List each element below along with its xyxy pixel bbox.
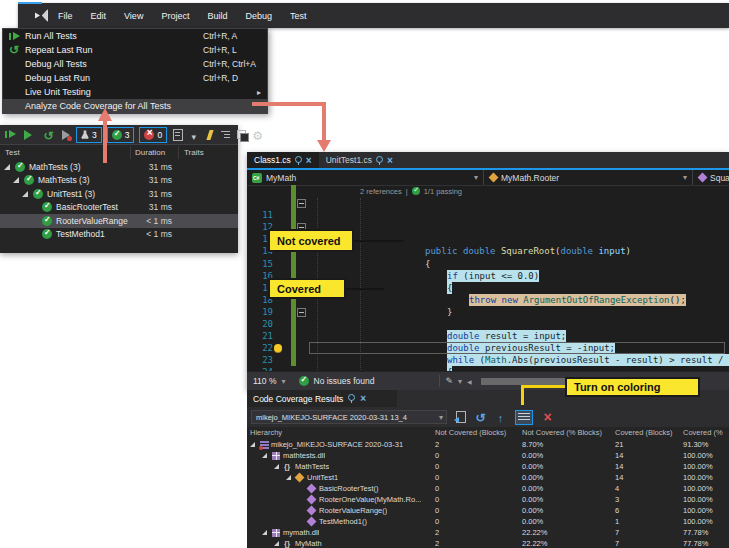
menu-item[interactable]: Debug All Tests Ctrl+R, Ctrl+A ▸ xyxy=(3,57,267,71)
column-traits[interactable]: Traits xyxy=(184,148,204,157)
settings-gear-icon[interactable] xyxy=(252,128,263,142)
test-tree-row[interactable]: RooterValueRange < 1 ms xyxy=(0,214,238,228)
expander-triangle-icon[interactable] xyxy=(274,464,279,469)
column-not-covered-blocks[interactable]: Not Covered (Blocks) xyxy=(435,428,506,437)
codelens[interactable]: 2 references | 1/1 passing xyxy=(360,185,729,197)
layers-icon[interactable] xyxy=(236,128,247,142)
code-line[interactable]: 20 while (Math.Abs(previousResult - resu… xyxy=(247,306,729,318)
total-tests-counter[interactable]: 3 xyxy=(76,127,102,143)
menubar-menu[interactable]: Debug xyxy=(236,8,281,24)
coverage-row[interactable]: mathtests.dll 0 0.00% 14 100.00% xyxy=(247,450,729,461)
covered-blocks: 21 xyxy=(615,440,623,449)
code-line[interactable]: 11 public double SquareRoot(double input… xyxy=(247,197,729,209)
coverage-row[interactable]: RooterValueRange() 0 0.00% 6 100.00% xyxy=(247,505,729,516)
not-covered-blocks: 0 xyxy=(435,451,439,460)
coverage-row[interactable]: UnitTest1 0 0.00% 14 100.00% xyxy=(247,472,729,483)
scroll-left-icon[interactable] xyxy=(467,376,472,386)
playlist-icon[interactable] xyxy=(172,128,183,142)
export-results-icon[interactable] xyxy=(495,410,506,424)
document-tab[interactable]: Class1.cs xyxy=(247,152,319,168)
zoom-caret-icon[interactable]: ▾ xyxy=(281,377,285,386)
menubar-menu[interactable]: View xyxy=(115,8,152,24)
expander-triangle-icon[interactable] xyxy=(262,453,267,458)
menubar: FileEditViewProjectBuildDebugTest xyxy=(18,3,729,28)
coverage-result-file-dropdown[interactable]: mikejo_MIKEJO-SURFACE 2020-03-31 13_4 ▾ xyxy=(251,410,447,424)
caret-icon[interactable]: ▾ xyxy=(458,377,462,386)
run-failed-icon[interactable] xyxy=(60,128,71,142)
menu-item[interactable]: Live Unit Testing ▸ xyxy=(3,85,267,99)
code-line[interactable]: 16 } xyxy=(247,258,729,270)
close-icon[interactable] xyxy=(306,155,312,166)
pin-icon[interactable] xyxy=(376,156,383,165)
menubar-menu[interactable]: Project xyxy=(152,8,198,24)
coverage-row[interactable]: mymath.dll 2 22.22% 7 77.78% xyxy=(247,527,729,538)
close-icon[interactable] xyxy=(387,155,393,166)
code-line[interactable]: 24 //was: result = result - (result * re… xyxy=(247,354,729,366)
close-icon[interactable] xyxy=(360,393,366,404)
code-line[interactable]: 12 { xyxy=(247,209,729,221)
member-dropdown[interactable]: SquareRoot xyxy=(693,170,729,185)
merge-results-icon[interactable] xyxy=(475,410,486,424)
test-tree: MathTests (3) 31 ms MathTests (3) 31 ms … xyxy=(0,160,238,241)
type-dropdown[interactable]: MyMath.Rooter ▾ xyxy=(484,170,693,185)
coverage-row[interactable]: mikejo_MIKEJO-SURFACE 2020-03-31 13_... … xyxy=(247,439,729,450)
passed-tests-counter[interactable]: 3 xyxy=(107,127,135,143)
show-coloring-icon[interactable] xyxy=(515,410,533,424)
menu-item[interactable]: Debug Last Run Ctrl+R, D ▸ xyxy=(3,71,267,85)
menu-item[interactable]: Analyze Code Coverage for All Tests ▸ xyxy=(3,99,267,113)
coverage-tab[interactable]: Code Coverage Results xyxy=(247,390,397,407)
repeat-run-icon[interactable] xyxy=(43,128,54,142)
fold-collapse-icon[interactable] xyxy=(297,308,306,317)
expander-triangle-icon[interactable] xyxy=(13,177,19,183)
failed-tests-counter[interactable]: 0 xyxy=(139,127,167,143)
menubar-menu[interactable]: Edit xyxy=(82,8,116,24)
menu-item[interactable]: Run All Tests Ctrl+R, A ▸ xyxy=(3,29,267,43)
test-tree-row[interactable]: UnitTest1 (3) 31 ms xyxy=(0,187,238,201)
column-test[interactable]: Test xyxy=(5,148,20,157)
assembly-icon xyxy=(272,529,280,537)
expander-triangle-icon[interactable] xyxy=(286,475,291,480)
column-hierarchy[interactable]: Hierarchy xyxy=(250,428,282,437)
coverage-row[interactable]: MyMath 2 22.22% 7 77.78% xyxy=(247,538,729,548)
code-line[interactable]: 22 previousResult = result; xyxy=(247,330,729,342)
column-duration[interactable]: Duration xyxy=(135,148,165,157)
code-line[interactable]: 21 { xyxy=(247,318,729,330)
code-line[interactable]: 23 result = (result + input / result) / … xyxy=(247,342,729,354)
group-by-icon[interactable] xyxy=(220,128,231,142)
live-unit-lightning-icon[interactable] xyxy=(204,128,215,142)
import-results-icon[interactable] xyxy=(455,410,466,424)
coverage-row[interactable]: TestMethod1() 0 0.00% 1 100.00% xyxy=(247,516,729,527)
coverage-row[interactable]: BasicRooterTest() 0 0.00% 4 100.00% xyxy=(247,483,729,494)
expander-triangle-icon[interactable] xyxy=(274,541,279,546)
pin-icon[interactable] xyxy=(348,394,355,403)
run-all-icon[interactable] xyxy=(5,128,16,142)
column-covered-pct[interactable]: Covered (% xyxy=(683,428,723,437)
menu-item[interactable]: Repeat Last Run Ctrl+R, L ▸ xyxy=(3,43,267,57)
test-tree-row[interactable]: MathTests (3) 31 ms xyxy=(0,160,238,174)
fold-collapse-icon[interactable] xyxy=(297,199,306,208)
expander-triangle-icon[interactable] xyxy=(4,164,10,170)
project-dropdown[interactable]: MyMath ▾ xyxy=(247,170,484,185)
zoom-level[interactable]: 110 % xyxy=(253,376,276,386)
test-tree-row[interactable]: BasicRooterTest 31 ms xyxy=(0,201,238,215)
column-not-covered-pct[interactable]: Not Covered (% Blocks) xyxy=(522,428,602,437)
lightbulb-icon[interactable] xyxy=(274,344,282,352)
pin-icon[interactable] xyxy=(295,156,302,165)
coverage-row[interactable]: RooterOneValue(MyMath.Ro... 0 0.00% 3 10… xyxy=(247,494,729,505)
expander-triangle-icon[interactable] xyxy=(250,442,255,447)
menubar-menu[interactable]: File xyxy=(49,8,82,24)
remove-results-icon[interactable] xyxy=(542,410,553,424)
coverage-column-headers: Hierarchy Not Covered (Blocks) Not Cover… xyxy=(247,427,729,439)
run-icon[interactable] xyxy=(22,128,33,142)
dropdown-caret-icon[interactable] xyxy=(188,128,199,142)
expander-triangle-icon[interactable] xyxy=(22,191,28,197)
column-covered-blocks[interactable]: Covered (Blocks) xyxy=(615,428,673,437)
menubar-menu[interactable]: Build xyxy=(198,8,236,24)
expander-triangle-icon[interactable] xyxy=(262,530,267,535)
menubar-menu[interactable]: Test xyxy=(281,8,316,24)
quick-actions-icon[interactable] xyxy=(445,376,453,386)
coverage-row[interactable]: MathTests 0 0.00% 14 100.00% xyxy=(247,461,729,472)
test-tree-row[interactable]: TestMethod1 < 1 ms xyxy=(0,228,238,242)
document-tab[interactable]: UnitTest1.cs xyxy=(319,152,400,168)
test-tree-row[interactable]: MathTests (3) 31 ms xyxy=(0,174,238,188)
